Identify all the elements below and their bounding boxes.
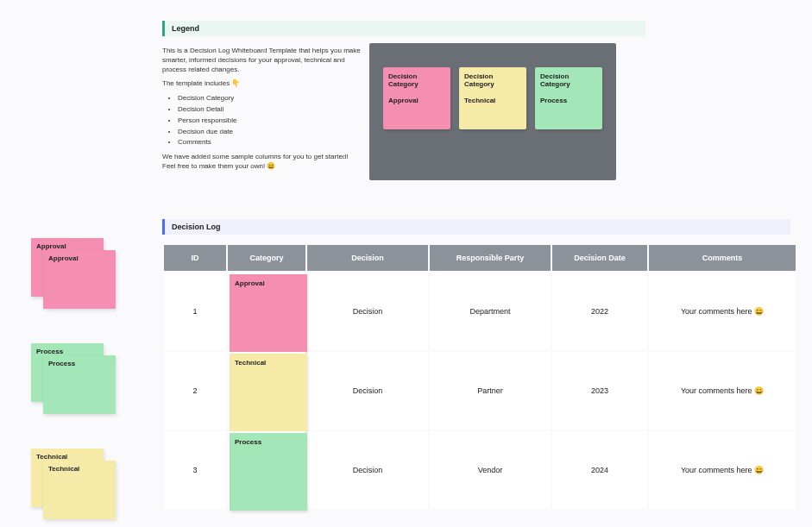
cell-id[interactable]: 1: [164, 273, 226, 350]
legend-cards-panel: Decision Category Approval Decision Cate…: [369, 43, 616, 180]
legend-bullet: Person responsible: [178, 116, 361, 126]
decision-log-table: ID Category Decision Responsible Party D…: [162, 243, 797, 511]
table-row: 1ApprovalDecisionDepartment2022Your comm…: [164, 273, 796, 350]
sticky-label: Technical: [36, 453, 67, 461]
cell-category[interactable]: Approval: [228, 273, 305, 350]
legend-card-label: Process: [540, 97, 597, 104]
cell-decision[interactable]: Decision: [307, 273, 428, 350]
legend-includes-label: The template includes 👇: [162, 79, 361, 89]
legend-bullet: Decision due date: [178, 128, 361, 137]
cell-date[interactable]: 2023: [552, 352, 647, 430]
sticky-note-technical[interactable]: Technical: [43, 461, 116, 519]
col-header-date: Decision Date: [552, 245, 647, 271]
table-row: 2TechnicalDecisionPartner2023Your commen…: [164, 352, 796, 430]
col-header-comments: Comments: [649, 245, 796, 271]
cell-category[interactable]: Process: [228, 431, 305, 509]
cell-date[interactable]: 2022: [552, 273, 647, 350]
sticky-stack-approval: Approval Approval: [31, 238, 112, 305]
legend-intro: This is a Decision Log Whiteboard Templa…: [162, 47, 361, 74]
sticky-label: Approval: [48, 254, 79, 262]
sticky-note-approval[interactable]: Approval: [43, 250, 116, 309]
col-header-id: ID: [164, 245, 226, 271]
sticky-note-process[interactable]: Process: [43, 355, 116, 414]
category-sticky[interactable]: Process: [230, 433, 307, 511]
legend-card-technical[interactable]: Decision Category Technical: [459, 67, 526, 129]
category-sticky[interactable]: Approval: [230, 274, 307, 352]
legend-bullet: Comments: [178, 138, 361, 147]
sticky-stack-process: Process Process: [31, 343, 112, 411]
sticky-label: Process: [48, 360, 75, 367]
table-header-row: ID Category Decision Responsible Party D…: [164, 245, 796, 271]
cell-responsible[interactable]: Department: [430, 273, 551, 350]
legend-title: Legend: [162, 21, 645, 36]
decision-log-section: Decision Log ID Category Decision Respon…: [162, 219, 790, 511]
whiteboard-canvas[interactable]: Legend This is a Decision Log Whiteboard…: [0, 0, 812, 527]
legend-card-title: Decision Category: [464, 72, 521, 88]
cell-responsible[interactable]: Vendor: [430, 431, 551, 509]
table-row: 3ProcessDecisionVendor2024Your comments …: [164, 431, 796, 509]
col-header-responsible: Responsible Party: [430, 245, 551, 271]
sticky-label: Technical: [48, 465, 79, 473]
cell-decision[interactable]: Decision: [307, 352, 428, 430]
col-header-decision: Decision: [307, 245, 428, 271]
sticky-label: Process: [36, 348, 63, 355]
legend-card-process[interactable]: Decision Category Process: [535, 67, 602, 129]
cell-date[interactable]: 2024: [552, 431, 647, 509]
cell-id[interactable]: 3: [164, 431, 226, 509]
sticky-stack-technical: Technical Technical: [31, 449, 112, 516]
decision-log-title: Decision Log: [162, 219, 790, 235]
cell-category[interactable]: Technical: [228, 352, 305, 430]
legend-card-title: Decision Category: [540, 72, 597, 88]
legend-outro: We have added some sample columns for yo…: [162, 153, 361, 172]
cell-comments[interactable]: Your comments here 😀: [649, 273, 796, 350]
legend-card-label: Approval: [388, 97, 445, 104]
legend-card-label: Technical: [464, 97, 521, 104]
category-sticky[interactable]: Technical: [230, 354, 307, 431]
legend-description: This is a Decision Log Whiteboard Templa…: [162, 43, 361, 180]
cell-comments[interactable]: Your comments here 😀: [649, 352, 796, 430]
legend-section: Legend This is a Decision Log Whiteboard…: [162, 21, 645, 180]
cell-id[interactable]: 2: [164, 352, 226, 430]
cell-decision[interactable]: Decision: [307, 431, 428, 509]
cell-comments[interactable]: Your comments here 😀: [649, 431, 796, 509]
legend-bullet: Decision Category: [178, 94, 361, 104]
legend-bullet: Decision Detail: [178, 105, 361, 115]
cell-responsible[interactable]: Partner: [430, 352, 551, 430]
sticky-label: Approval: [36, 242, 66, 250]
legend-card-approval[interactable]: Decision Category Approval: [383, 67, 450, 129]
col-header-category: Category: [228, 245, 305, 271]
legend-card-title: Decision Category: [388, 72, 445, 88]
